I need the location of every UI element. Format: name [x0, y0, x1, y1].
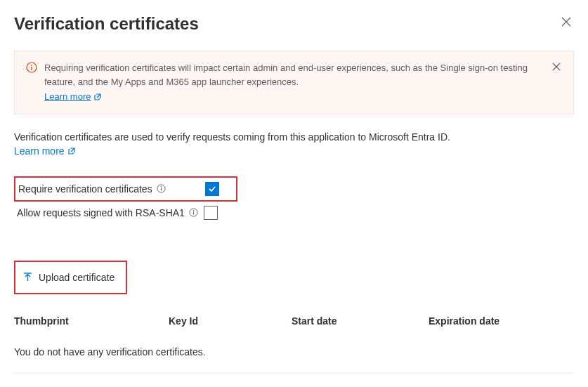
upload-icon: [22, 272, 33, 282]
column-keyid[interactable]: Key Id: [169, 315, 292, 327]
table-header-row: Thumbprint Key Id Start date Expiration …: [14, 315, 574, 334]
learn-more-label: Learn more: [14, 145, 65, 157]
svg-point-4: [160, 186, 161, 187]
learn-more-link[interactable]: Learn more: [14, 145, 76, 157]
external-link-icon: [67, 147, 76, 155]
column-thumbprint[interactable]: Thumbprint: [14, 315, 169, 327]
info-icon[interactable]: [157, 184, 166, 193]
divider: [14, 373, 574, 374]
warning-banner: Requiring verification certificates will…: [14, 51, 574, 114]
require-verification-row: Require verification certificates: [14, 176, 237, 202]
check-icon: [208, 185, 216, 193]
svg-point-1: [31, 65, 32, 66]
require-verification-checkbox[interactable]: [205, 182, 219, 196]
column-start-date[interactable]: Start date: [292, 315, 429, 327]
banner-close-button[interactable]: [551, 61, 562, 72]
empty-state-text: You do not have any verification certifi…: [14, 334, 574, 373]
banner-text: Requiring verification certificates will…: [44, 63, 528, 87]
svg-point-7: [193, 210, 194, 211]
close-button[interactable]: [558, 14, 574, 29]
info-warning-icon: [26, 62, 37, 73]
allow-rsa-sha1-checkbox[interactable]: [204, 206, 218, 220]
close-icon: [552, 63, 561, 71]
certificates-table: Thumbprint Key Id Start date Expiration …: [14, 315, 574, 374]
svg-rect-5: [161, 188, 162, 190]
upload-certificate-label: Upload certificate: [39, 272, 115, 283]
description-text: Verification certificates are used to ve…: [14, 131, 574, 143]
allow-rsa-sha1-row: Allow requests signed with RSA-SHA1: [14, 202, 574, 224]
column-expiration-date[interactable]: Expiration date: [429, 315, 574, 327]
require-verification-label: Require verification certificates: [18, 183, 152, 195]
info-icon[interactable]: [189, 208, 198, 217]
allow-rsa-sha1-label: Allow requests signed with RSA-SHA1: [17, 207, 185, 218]
banner-learn-more-label: Learn more: [44, 90, 91, 104]
svg-rect-8: [193, 211, 194, 214]
external-link-icon: [93, 93, 102, 101]
upload-certificate-button[interactable]: Upload certificate: [20, 269, 117, 286]
svg-rect-2: [31, 67, 32, 70]
banner-learn-more-link[interactable]: Learn more: [44, 90, 102, 104]
close-icon: [561, 17, 571, 27]
page-title: Verification certificates: [14, 14, 199, 34]
